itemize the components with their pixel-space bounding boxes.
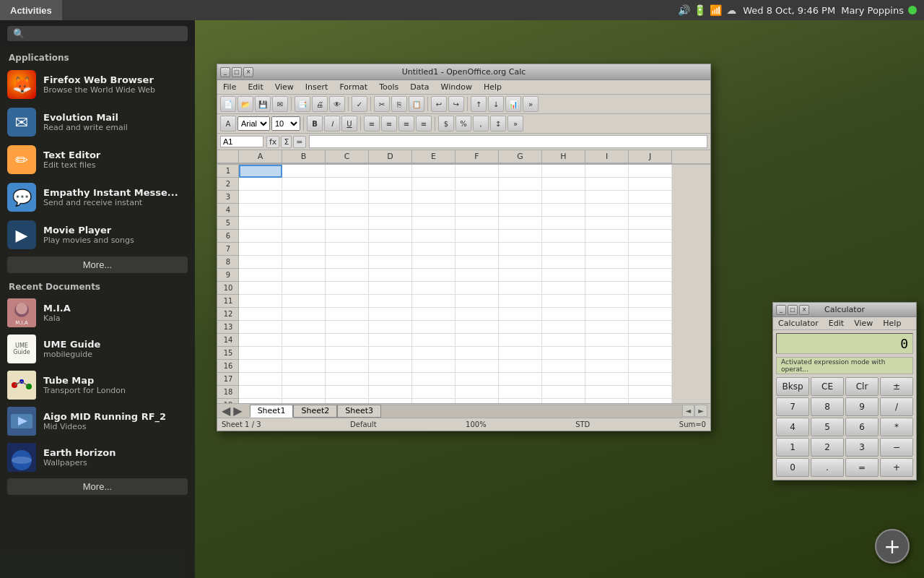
cell-H14[interactable] (542, 334, 585, 347)
cell-F14[interactable] (456, 334, 499, 347)
cell-I18[interactable] (585, 386, 629, 399)
scroll-left[interactable]: ◄ (682, 405, 695, 417)
cell-H5[interactable] (542, 217, 585, 230)
cell-F6[interactable] (456, 230, 499, 243)
cell-J2[interactable] (629, 178, 672, 191)
cell-H9[interactable] (542, 269, 585, 282)
cell-F16[interactable] (456, 360, 499, 373)
cell-G11[interactable] (499, 295, 542, 308)
calc-menu-window[interactable]: Window (438, 82, 475, 92)
doc-item-aigo[interactable]: Aigo MID Running RF_2 Mid Videos (0, 403, 195, 439)
cell-G12[interactable] (499, 308, 542, 321)
tb-undo[interactable]: ↩ (431, 96, 447, 112)
tb-print[interactable]: 🖨 (312, 96, 328, 112)
col-header-I[interactable]: I (585, 150, 629, 163)
tb-email[interactable]: ✉ (272, 96, 288, 112)
cell-G18[interactable] (499, 386, 542, 399)
cell-H10[interactable] (542, 282, 585, 295)
cell-H3[interactable] (542, 191, 585, 204)
cell-I2[interactable] (585, 178, 629, 191)
cell-E2[interactable] (412, 178, 456, 191)
sheet-tab-1[interactable]: Sheet1 (250, 405, 294, 418)
cell-B18[interactable] (282, 386, 326, 399)
cell-C11[interactable] (326, 295, 369, 308)
calc-menu-view[interactable]: View (272, 82, 297, 92)
calc-btn-0[interactable]: 0 (776, 458, 809, 477)
row-header-4[interactable]: 4 (217, 204, 239, 217)
cell-E15[interactable] (412, 347, 456, 360)
cell-I19[interactable] (585, 399, 629, 403)
cell-I9[interactable] (585, 269, 629, 282)
calc-btn-CE[interactable]: CE (811, 377, 844, 396)
font-select[interactable]: Arial (237, 116, 270, 131)
search-input[interactable] (29, 28, 182, 39)
row-header-13[interactable]: 13 (217, 321, 239, 334)
tb-copy[interactable]: ⎘ (391, 96, 407, 112)
calc2-wm-maximize[interactable]: □ (788, 305, 798, 315)
cell-J12[interactable] (629, 308, 672, 321)
calc-btn-2[interactable]: 2 (811, 438, 844, 457)
cell-F12[interactable] (456, 308, 499, 321)
formula-eq-btn[interactable]: = (293, 136, 305, 148)
calc-btn-_[interactable]: = (845, 458, 879, 477)
cell-F13[interactable] (456, 321, 499, 334)
calc-wm-maximize[interactable]: □ (232, 67, 242, 77)
cell-C8[interactable] (326, 256, 369, 269)
row-header-19[interactable]: 19 (217, 399, 239, 403)
add-button[interactable]: + (875, 529, 910, 564)
tb-align-left[interactable]: ≡ (364, 116, 380, 131)
calc-menu-format[interactable]: Format (336, 82, 370, 92)
cell-J15[interactable] (629, 347, 672, 360)
calc-btn-3[interactable]: 3 (845, 438, 879, 457)
cell-A9[interactable] (239, 269, 282, 282)
cell-E16[interactable] (412, 360, 456, 373)
sheet-tab-3[interactable]: Sheet3 (337, 405, 381, 418)
cell-J10[interactable] (629, 282, 672, 295)
cell-H2[interactable] (542, 178, 585, 191)
cell-H8[interactable] (542, 256, 585, 269)
sheet-tab-2[interactable]: Sheet2 (293, 405, 337, 418)
cell-J11[interactable] (629, 295, 672, 308)
col-header-A[interactable]: A (239, 150, 282, 163)
calc-btn-Bksp[interactable]: Bksp (776, 377, 809, 396)
calc-menu-file[interactable]: File (220, 82, 239, 92)
cell-H18[interactable] (542, 386, 585, 399)
calc-btn-8[interactable]: 8 (811, 397, 844, 416)
more-apps-button[interactable]: More... (7, 256, 188, 273)
cell-B1[interactable] (282, 165, 326, 178)
cell-H17[interactable] (542, 373, 585, 386)
cell-C18[interactable] (326, 386, 369, 399)
cell-J7[interactable] (629, 243, 672, 256)
tb-new[interactable]: 📄 (220, 96, 236, 112)
cell-H11[interactable] (542, 295, 585, 308)
col-header-F[interactable]: F (456, 150, 499, 163)
cell-B14[interactable] (282, 334, 326, 347)
cell-A8[interactable] (239, 256, 282, 269)
cell-I11[interactable] (585, 295, 629, 308)
cell-C7[interactable] (326, 243, 369, 256)
row-header-8[interactable]: 8 (217, 256, 239, 269)
cell-B15[interactable] (282, 347, 326, 360)
cell-J13[interactable] (629, 321, 672, 334)
cell-D10[interactable] (369, 282, 412, 295)
calc-btn-_[interactable]: * (880, 418, 913, 436)
row-header-18[interactable]: 18 (217, 386, 239, 399)
cell-D19[interactable] (369, 399, 412, 403)
cell-I4[interactable] (585, 204, 629, 217)
calc-btn-Clr[interactable]: Clr (845, 377, 879, 396)
cell-A5[interactable] (239, 217, 282, 230)
cell-G6[interactable] (499, 230, 542, 243)
app-item-texteditor[interactable]: ✏ Text Editor Edit text files (0, 141, 195, 178)
cell-H7[interactable] (542, 243, 585, 256)
cell-B12[interactable] (282, 308, 326, 321)
cell-J16[interactable] (629, 360, 672, 373)
cell-A13[interactable] (239, 321, 282, 334)
row-header-9[interactable]: 9 (217, 269, 239, 282)
cell-C16[interactable] (326, 360, 369, 373)
cell-D11[interactable] (369, 295, 412, 308)
tb-justify[interactable]: ≡ (416, 116, 432, 131)
cell-G19[interactable] (499, 399, 542, 403)
cell-A12[interactable] (239, 308, 282, 321)
cell-B17[interactable] (282, 373, 326, 386)
cell-A18[interactable] (239, 386, 282, 399)
